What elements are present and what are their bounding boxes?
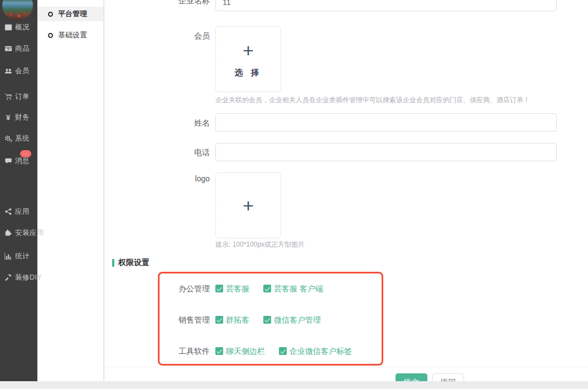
sidebar-item-label: 订单 <box>15 92 30 102</box>
apps-icon <box>4 208 12 216</box>
phone-input[interactable] <box>215 143 557 161</box>
sidebar-item-members[interactable]: 会员 <box>0 66 37 76</box>
sidebar-item-install-apps[interactable]: 安装应用 <box>0 228 37 238</box>
sidebar-item-label: 商品 <box>15 44 30 54</box>
sidebar-item-products[interactable]: 商品 <box>0 44 37 54</box>
page: 概况 商品 会员 订单 ¥ 财务 <box>0 0 588 389</box>
checkbox-option[interactable]: 企业微信客户标签 <box>279 345 352 357</box>
checkbox-checked-icon[interactable] <box>279 347 287 355</box>
member-label: 会员 <box>148 31 210 40</box>
sidebar-item-label: 消息 <box>15 156 30 166</box>
install-apps-icon <box>4 229 12 237</box>
system-gear-icon <box>4 135 12 143</box>
subsidebar-item-label: 平台管理 <box>58 9 87 19</box>
avatar[interactable] <box>2 0 33 21</box>
name-input[interactable] <box>215 113 557 132</box>
members-icon <box>4 67 12 75</box>
subsidebar-item-label: 基础设置 <box>58 30 87 40</box>
member-hint: 企业关联的会员，企业相关人员在企业类插件管理中可以搜索该企业会员对应的门店、供应… <box>215 95 530 105</box>
sidebar-item-diy[interactable]: 装修DIY <box>0 272 37 282</box>
checkbox-checked-icon[interactable] <box>215 285 223 292</box>
sidebar-item-label: 装修DIY <box>15 273 42 282</box>
products-icon <box>4 45 12 53</box>
subsidebar-item-basic-settings[interactable]: 基础设置 <box>37 28 103 42</box>
sidebar-item-label: 安装应用 <box>15 228 44 238</box>
sidebar-item-label: 财务 <box>15 113 30 122</box>
company-name-input[interactable] <box>215 0 557 11</box>
sidebar-item-label: 统计 <box>15 252 30 261</box>
permission-options: 群拓客 微信客户管理 <box>215 314 321 325</box>
logo-hint: 提示: 100*100px或正方型图片 <box>215 240 305 249</box>
sidebar-item-messages[interactable]: 消息 ... <box>0 156 37 166</box>
subsidebar-item-platform[interactable]: 平台管理 <box>37 7 103 21</box>
permission-group-label: 销售管理 <box>148 314 210 325</box>
messages-icon <box>4 157 12 165</box>
main-sidebar: 概况 商品 会员 订单 ¥ 财务 <box>0 0 37 381</box>
sidebar-item-overview[interactable]: 概况 <box>0 22 37 32</box>
messages-badge: ... <box>20 150 31 157</box>
phone-label: 电话 <box>148 148 210 157</box>
permission-group-label: 办公管理 <box>148 283 210 294</box>
plus-icon <box>243 196 254 215</box>
sidebar-item-label: 会员 <box>15 66 30 76</box>
sidebar-item-label: 概况 <box>15 23 30 32</box>
logo-upload-box[interactable] <box>215 172 281 238</box>
sidebar-item-system[interactable]: 系统 <box>0 133 37 143</box>
company-name-label: 企业名称 <box>148 0 210 5</box>
ring-icon <box>48 33 53 38</box>
finance-yen-icon: ¥ <box>4 113 12 122</box>
checkbox-checked-icon[interactable] <box>215 316 223 324</box>
overview-icon <box>4 23 12 32</box>
section-bar-icon <box>112 259 114 267</box>
checkbox-checked-icon[interactable] <box>263 285 271 292</box>
diy-hammer-icon <box>4 273 12 282</box>
sidebar-item-label: 系统 <box>15 134 30 143</box>
sidebar-item-orders[interactable]: 订单 <box>0 92 37 102</box>
checkbox-option[interactable]: 群拓客 <box>215 314 249 325</box>
stats-icon <box>4 252 12 261</box>
permission-group-label: 工具软件 <box>148 345 210 357</box>
ring-icon <box>48 12 53 17</box>
sub-sidebar: 平台管理 基础设置 <box>37 0 104 381</box>
main-content: 企业名称 会员 选 择 企业关联的会员，企业相关人员在企业类插件管理中可以搜索该… <box>104 0 588 383</box>
checkbox-option[interactable]: 聊天侧边栏 <box>215 345 265 357</box>
permissions-section-title: 权限设置 <box>112 258 150 268</box>
permission-options: 芸客服 芸客服 客户端 <box>215 283 323 294</box>
checkbox-option[interactable]: 芸客服 <box>215 283 249 294</box>
sidebar-item-label: 应用 <box>15 207 30 217</box>
section-title-text: 权限设置 <box>118 258 150 268</box>
page-bottom-strip <box>0 381 588 389</box>
footer-divider <box>104 367 588 367</box>
sidebar-item-finance[interactable]: ¥ 财务 <box>0 112 37 122</box>
plus-icon <box>243 41 254 60</box>
checkbox-option[interactable]: 芸客服 客户端 <box>263 283 323 294</box>
name-label: 姓名 <box>148 118 210 127</box>
choose-button[interactable]: 选 择 <box>234 68 262 78</box>
sidebar-item-stats[interactable]: 统计 <box>0 251 37 261</box>
orders-icon <box>4 93 12 101</box>
member-upload-box[interactable]: 选 择 <box>215 26 281 92</box>
checkbox-option[interactable]: 微信客户管理 <box>263 314 321 325</box>
permission-options: 聊天侧边栏 企业微信客户标签 <box>215 345 352 357</box>
checkbox-checked-icon[interactable] <box>263 316 271 324</box>
logo-label: logo <box>148 174 210 183</box>
checkbox-checked-icon[interactable] <box>215 347 223 355</box>
sidebar-item-apps[interactable]: 应用 <box>0 206 37 217</box>
